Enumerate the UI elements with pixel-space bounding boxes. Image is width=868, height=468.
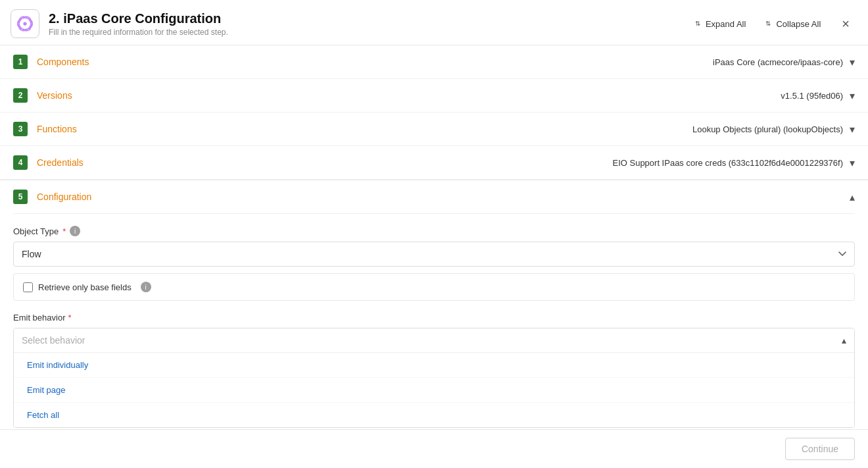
object-type-required: * — [62, 226, 66, 236]
app-icon — [11, 9, 39, 38]
configuration-section: 5 Configuration ▴ Object Type* i Flow Re… — [0, 180, 868, 441]
object-type-label: Object Type* i — [13, 226, 855, 236]
retrieve-base-fields-info-icon[interactable]: i — [141, 282, 151, 292]
collapse-all-button[interactable]: ⇅ Collapse All — [761, 16, 825, 32]
step-label-credentials: Credentials — [37, 157, 612, 168]
object-type-select[interactable]: Flow — [13, 242, 855, 267]
step-row-credentials[interactable]: 4 Credentials EIO Support IPaas core cre… — [0, 146, 868, 180]
collapse-arrows-icon: ⇅ — [765, 20, 771, 27]
step-number-2: 2 — [13, 88, 28, 103]
steps-list: 1 Components iPaas Core (acmecore/ipaas-… — [0, 45, 868, 180]
continue-button[interactable]: Continue — [785, 438, 855, 460]
modal-title: 2. iPaas Core Configuration — [49, 11, 691, 26]
header-text-group: 2. iPaas Core Configuration Fill in the … — [49, 11, 691, 37]
step-number-4: 4 — [13, 155, 28, 170]
svg-point-3 — [23, 22, 26, 25]
modal-subtitle: Fill in the required information for the… — [49, 28, 691, 37]
emit-behavior-group: Emit behavior* Select behavior ▴ Emit in… — [13, 313, 855, 428]
step-row-components[interactable]: 1 Components iPaas Core (acmecore/ipaas-… — [0, 45, 868, 79]
dropdown-option-fetch-all[interactable]: Fetch all — [14, 403, 854, 427]
modal-container: 2. iPaas Core Configuration Fill in the … — [0, 0, 868, 468]
step-label-versions: Versions — [37, 90, 781, 101]
step-label-functions: Functions — [37, 124, 692, 134]
step-row-configuration[interactable]: 5 Configuration ▴ — [13, 180, 855, 214]
retrieve-base-fields-label: Retrieve only base fields — [38, 282, 132, 292]
header-actions: ⇅ Expand All ⇅ Collapse All × — [691, 14, 855, 33]
dropdown-options-list: Emit individually Emit page Fetch all — [14, 352, 854, 427]
step-row-versions[interactable]: 2 Versions v1.5.1 (95fed06) ▾ — [0, 79, 868, 113]
object-type-info-icon[interactable]: i — [70, 226, 80, 236]
step-value-functions: Lookup Objects (plural) (lookupObjects) — [692, 124, 843, 134]
chevron-up-icon-5: ▴ — [850, 191, 855, 203]
close-button[interactable]: × — [836, 14, 855, 33]
step-number-1: 1 — [13, 55, 28, 69]
emit-behavior-required: * — [68, 313, 71, 323]
step-number-5: 5 — [13, 190, 28, 204]
step-number-3: 3 — [13, 122, 28, 136]
modal-header: 2. iPaas Core Configuration Fill in the … — [0, 0, 868, 45]
step-value-credentials: EIO Support IPaas core creds (633c1102f6… — [612, 158, 843, 168]
chevron-down-icon-1: ▾ — [850, 56, 855, 68]
expand-arrows-icon: ⇅ — [695, 20, 700, 27]
modal-footer: Continue — [0, 429, 868, 468]
chevron-down-icon-2: ▾ — [850, 90, 855, 102]
step-value-components: iPaas Core (acmecore/ipaas-core) — [713, 57, 843, 67]
object-type-field-group: Object Type* i Flow — [13, 214, 855, 273]
retrieve-base-fields-checkbox[interactable] — [23, 282, 33, 292]
collapse-all-label: Collapse All — [776, 19, 821, 29]
dropdown-option-emit-page[interactable]: Emit page — [14, 378, 854, 403]
step-value-versions: v1.5.1 (95fed06) — [781, 91, 843, 101]
dropdown-header[interactable]: Select behavior ▴ — [14, 328, 854, 352]
step-label-components: Components — [37, 57, 713, 67]
chevron-down-icon-3: ▾ — [850, 123, 855, 136]
emit-behavior-dropdown[interactable]: Select behavior ▴ Emit individually Emit… — [13, 328, 855, 428]
dropdown-arrow-up-icon: ▴ — [842, 335, 846, 346]
emit-behavior-label: Emit behavior* — [13, 313, 855, 323]
dropdown-option-emit-individually[interactable]: Emit individually — [14, 353, 854, 378]
expand-all-label: Expand All — [706, 19, 746, 29]
step-label-configuration: Configuration — [37, 192, 850, 202]
dropdown-placeholder: Select behavior — [22, 335, 85, 346]
expand-all-button[interactable]: ⇅ Expand All — [691, 16, 750, 32]
chevron-down-icon-4: ▾ — [850, 157, 855, 169]
step-row-functions[interactable]: 3 Functions Lookup Objects (plural) (loo… — [0, 113, 868, 146]
retrieve-base-fields-row: Retrieve only base fields i — [13, 273, 855, 301]
